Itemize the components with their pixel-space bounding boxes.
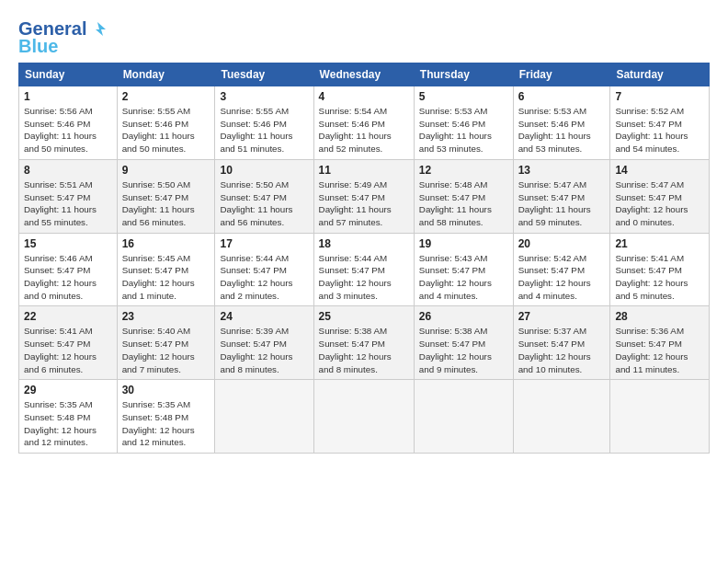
table-row — [513, 380, 610, 454]
cell-day-number: 22 — [24, 310, 112, 323]
cell-info-text: Sunrise: 5:49 AM Sunset: 5:47 PM Dayligh… — [319, 178, 409, 229]
cell-day-number: 2 — [122, 90, 210, 103]
logo: General Blue — [18, 18, 108, 57]
table-row: 18Sunrise: 5:44 AM Sunset: 5:47 PM Dayli… — [313, 233, 414, 306]
header: General Blue — [18, 15, 710, 57]
cell-day-number: 30 — [122, 384, 210, 396]
calendar-row: 8Sunrise: 5:51 AM Sunset: 5:47 PM Daylig… — [19, 159, 710, 233]
cell-info-text: Sunrise: 5:54 AM Sunset: 5:46 PM Dayligh… — [319, 105, 409, 155]
table-row: 14Sunrise: 5:47 AM Sunset: 5:47 PM Dayli… — [610, 159, 710, 233]
cell-info-text: Sunrise: 5:40 AM Sunset: 5:47 PM Dayligh… — [122, 325, 210, 375]
cell-day-number: 11 — [319, 164, 409, 177]
header-row: Sunday Monday Tuesday Wednesday Thursday… — [19, 63, 710, 86]
cell-day-number: 25 — [319, 310, 409, 323]
cell-info-text: Sunrise: 5:47 AM Sunset: 5:47 PM Dayligh… — [615, 178, 704, 229]
table-row: 4Sunrise: 5:54 AM Sunset: 5:46 PM Daylig… — [313, 86, 414, 160]
table-row: 23Sunrise: 5:40 AM Sunset: 5:47 PM Dayli… — [117, 306, 215, 380]
cell-day-number: 12 — [419, 164, 508, 177]
col-friday: Friday — [513, 63, 610, 86]
cell-day-number: 1 — [24, 90, 112, 103]
table-row: 6Sunrise: 5:53 AM Sunset: 5:46 PM Daylig… — [513, 86, 610, 160]
cell-day-number: 13 — [518, 164, 606, 177]
col-sunday: Sunday — [19, 63, 118, 86]
table-row: 20Sunrise: 5:42 AM Sunset: 5:47 PM Dayli… — [513, 233, 610, 306]
calendar-row: 29Sunrise: 5:35 AM Sunset: 5:48 PM Dayli… — [19, 380, 710, 454]
cell-day-number: 19 — [419, 237, 508, 250]
logo-blue-text: Blue — [18, 36, 58, 57]
table-row: 17Sunrise: 5:44 AM Sunset: 5:47 PM Dayli… — [215, 233, 313, 306]
cell-day-number: 4 — [319, 90, 409, 103]
table-row: 3Sunrise: 5:55 AM Sunset: 5:46 PM Daylig… — [215, 86, 313, 160]
cell-info-text: Sunrise: 5:43 AM Sunset: 5:47 PM Dayligh… — [419, 252, 508, 303]
cell-day-number: 5 — [419, 90, 508, 103]
cell-info-text: Sunrise: 5:35 AM Sunset: 5:48 PM Dayligh… — [122, 398, 210, 449]
cell-info-text: Sunrise: 5:41 AM Sunset: 5:47 PM Dayligh… — [24, 325, 112, 375]
cell-day-number: 18 — [319, 237, 409, 250]
col-thursday: Thursday — [414, 63, 513, 86]
cell-info-text: Sunrise: 5:38 AM Sunset: 5:47 PM Dayligh… — [419, 325, 508, 375]
calendar-page: General Blue Sunday Monday Tuesday Wedne… — [0, 0, 728, 563]
cell-info-text: Sunrise: 5:50 AM Sunset: 5:47 PM Dayligh… — [220, 178, 308, 229]
table-row: 5Sunrise: 5:53 AM Sunset: 5:46 PM Daylig… — [414, 86, 513, 160]
cell-info-text: Sunrise: 5:37 AM Sunset: 5:47 PM Dayligh… — [518, 325, 606, 375]
table-row: 1Sunrise: 5:56 AM Sunset: 5:46 PM Daylig… — [19, 86, 118, 160]
table-row: 25Sunrise: 5:38 AM Sunset: 5:47 PM Dayli… — [313, 306, 414, 380]
cell-day-number: 10 — [220, 164, 308, 177]
calendar-body: 1Sunrise: 5:56 AM Sunset: 5:46 PM Daylig… — [19, 86, 710, 454]
cell-info-text: Sunrise: 5:35 AM Sunset: 5:48 PM Dayligh… — [24, 398, 112, 449]
cell-info-text: Sunrise: 5:55 AM Sunset: 5:46 PM Dayligh… — [122, 105, 210, 155]
table-row: 16Sunrise: 5:45 AM Sunset: 5:47 PM Dayli… — [117, 233, 215, 306]
calendar-table: Sunday Monday Tuesday Wednesday Thursday… — [18, 63, 710, 454]
table-row: 9Sunrise: 5:50 AM Sunset: 5:47 PM Daylig… — [117, 159, 215, 233]
cell-info-text: Sunrise: 5:52 AM Sunset: 5:47 PM Dayligh… — [615, 105, 704, 155]
table-row: 13Sunrise: 5:47 AM Sunset: 5:47 PM Dayli… — [513, 159, 610, 233]
table-row: 29Sunrise: 5:35 AM Sunset: 5:48 PM Dayli… — [19, 380, 118, 454]
cell-info-text: Sunrise: 5:44 AM Sunset: 5:47 PM Dayligh… — [220, 252, 308, 303]
cell-day-number: 9 — [122, 164, 210, 177]
cell-info-text: Sunrise: 5:44 AM Sunset: 5:47 PM Dayligh… — [319, 252, 409, 303]
table-row: 26Sunrise: 5:38 AM Sunset: 5:47 PM Dayli… — [414, 306, 513, 380]
table-row — [215, 380, 313, 454]
col-wednesday: Wednesday — [313, 63, 414, 86]
cell-info-text: Sunrise: 5:46 AM Sunset: 5:47 PM Dayligh… — [24, 252, 112, 303]
cell-info-text: Sunrise: 5:41 AM Sunset: 5:47 PM Dayligh… — [615, 252, 704, 303]
table-row: 30Sunrise: 5:35 AM Sunset: 5:48 PM Dayli… — [117, 380, 215, 454]
col-saturday: Saturday — [610, 63, 710, 86]
cell-day-number: 28 — [615, 310, 704, 323]
cell-day-number: 29 — [24, 384, 112, 396]
table-row: 8Sunrise: 5:51 AM Sunset: 5:47 PM Daylig… — [19, 159, 118, 233]
table-row: 21Sunrise: 5:41 AM Sunset: 5:47 PM Dayli… — [610, 233, 710, 306]
col-tuesday: Tuesday — [215, 63, 313, 86]
cell-info-text: Sunrise: 5:50 AM Sunset: 5:47 PM Dayligh… — [122, 178, 210, 229]
table-row — [313, 380, 414, 454]
cell-info-text: Sunrise: 5:56 AM Sunset: 5:46 PM Dayligh… — [24, 105, 112, 155]
table-row: 19Sunrise: 5:43 AM Sunset: 5:47 PM Dayli… — [414, 233, 513, 306]
cell-info-text: Sunrise: 5:38 AM Sunset: 5:47 PM Dayligh… — [319, 325, 409, 375]
table-row: 15Sunrise: 5:46 AM Sunset: 5:47 PM Dayli… — [19, 233, 118, 306]
cell-day-number: 6 — [518, 90, 606, 103]
cell-day-number: 3 — [220, 90, 308, 103]
table-row: 22Sunrise: 5:41 AM Sunset: 5:47 PM Dayli… — [19, 306, 118, 380]
cell-day-number: 7 — [615, 90, 704, 103]
cell-info-text: Sunrise: 5:55 AM Sunset: 5:46 PM Dayligh… — [220, 105, 308, 155]
cell-info-text: Sunrise: 5:47 AM Sunset: 5:47 PM Dayligh… — [518, 178, 606, 229]
cell-info-text: Sunrise: 5:36 AM Sunset: 5:47 PM Dayligh… — [615, 325, 704, 375]
svg-marker-0 — [96, 22, 106, 36]
calendar-row: 15Sunrise: 5:46 AM Sunset: 5:47 PM Dayli… — [19, 233, 710, 306]
cell-day-number: 16 — [122, 237, 210, 250]
cell-day-number: 26 — [419, 310, 508, 323]
cell-day-number: 24 — [220, 310, 308, 323]
logo-bird-icon — [87, 19, 108, 40]
cell-day-number: 15 — [24, 237, 112, 250]
table-row — [414, 380, 513, 454]
cell-info-text: Sunrise: 5:45 AM Sunset: 5:47 PM Dayligh… — [122, 252, 210, 303]
cell-day-number: 8 — [24, 164, 112, 177]
table-row: 28Sunrise: 5:36 AM Sunset: 5:47 PM Dayli… — [610, 306, 710, 380]
cell-info-text: Sunrise: 5:53 AM Sunset: 5:46 PM Dayligh… — [518, 105, 606, 155]
cell-info-text: Sunrise: 5:51 AM Sunset: 5:47 PM Dayligh… — [24, 178, 112, 229]
cell-info-text: Sunrise: 5:48 AM Sunset: 5:47 PM Dayligh… — [419, 178, 508, 229]
table-row: 27Sunrise: 5:37 AM Sunset: 5:47 PM Dayli… — [513, 306, 610, 380]
calendar-row: 22Sunrise: 5:41 AM Sunset: 5:47 PM Dayli… — [19, 306, 710, 380]
cell-day-number: 14 — [615, 164, 704, 177]
col-monday: Monday — [117, 63, 215, 86]
